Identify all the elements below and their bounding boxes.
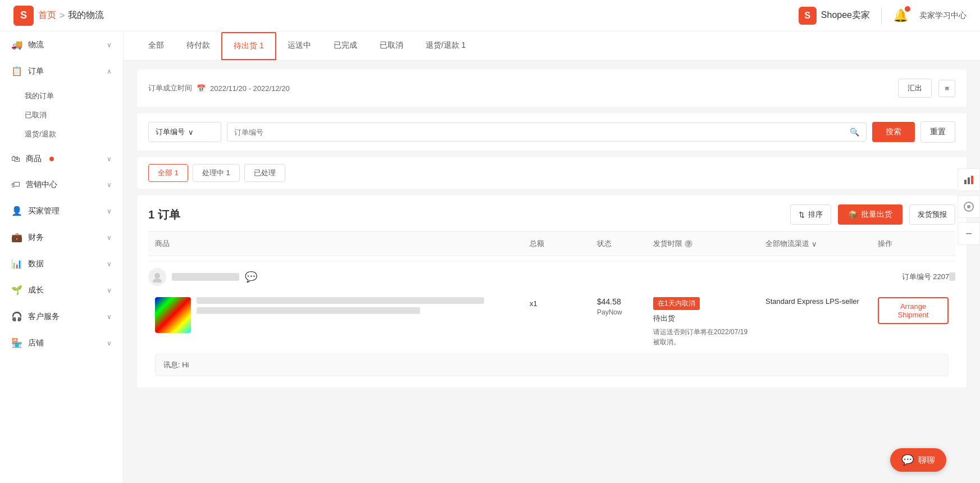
- tab-shipping[interactable]: 运送中: [276, 31, 322, 61]
- chat-label: 聊聊: [918, 455, 935, 466]
- sidebar-item-buyer-mgmt[interactable]: 👤 买家管理 ∨: [0, 198, 123, 224]
- status-note: 请运送否则订单将在2022/07/19被取消。: [653, 327, 752, 347]
- help-icon[interactable]: ?: [685, 240, 692, 248]
- chevron-down-icon: ∨: [107, 41, 112, 49]
- order-count-label: 1 订单: [148, 207, 180, 222]
- col-product: 商品: [148, 239, 523, 249]
- message-icon[interactable]: 💬: [245, 271, 257, 283]
- buyer-mgmt-icon: 👤: [11, 206, 22, 216]
- calendar-icon: 📅: [197, 84, 206, 93]
- arrange-shipment-button[interactable]: Arrange Shipment: [878, 297, 949, 324]
- breadcrumb: 首页 > 我的物流: [38, 10, 104, 21]
- sidebar-item-data[interactable]: 📊 数据 ∨: [0, 250, 123, 277]
- price-value: $44.58: [597, 297, 640, 306]
- svg-point-1: [153, 279, 162, 282]
- filter-row: 订单成立时间 📅 2022/11/20 - 2022/12/20 汇出 ≡: [137, 70, 967, 107]
- tab-all[interactable]: 全部: [137, 31, 175, 61]
- payment-method: PayNow: [597, 308, 640, 316]
- sidebar-label-growth: 成长: [28, 285, 44, 295]
- minimize-button[interactable]: [958, 222, 980, 245]
- date-range-value[interactable]: 2022/11/20 - 2022/12/20: [210, 84, 290, 93]
- search-button[interactable]: 搜索: [872, 122, 915, 142]
- chevron-down-icon-store: ∨: [107, 339, 112, 347]
- sidebar-label-products: 商品: [26, 154, 42, 164]
- growth-icon: 🌱: [11, 285, 22, 295]
- forecast-button[interactable]: 发货预报: [909, 204, 955, 225]
- search-icon: 🔍: [850, 127, 859, 136]
- sub-tab-processing[interactable]: 处理中 1: [193, 164, 240, 182]
- sidebar-label-buyer-mgmt: 买家管理: [28, 206, 60, 216]
- sidebar-item-my-orders[interactable]: 我的订单: [25, 86, 123, 106]
- order-id-section: 💬: [148, 268, 257, 286]
- sidebar-label-orders: 订单: [28, 66, 44, 76]
- logistics-icon: 🚚: [11, 39, 22, 50]
- breadcrumb-separator: >: [60, 11, 65, 21]
- col-channel[interactable]: 全部物流渠道 ∨: [759, 239, 871, 249]
- marketing-icon: 🏷: [11, 180, 20, 190]
- chevron-down-icon-buyer: ∨: [107, 207, 112, 215]
- sidebar-item-returns[interactable]: 退货/退款: [25, 125, 123, 144]
- tab-completed[interactable]: 已完成: [322, 31, 368, 61]
- export-button[interactable]: 汇出: [898, 79, 932, 98]
- seller-learning-link[interactable]: 卖家学习中心: [919, 11, 967, 21]
- order-section: 1 订单 ⇅ 排序 📦 批量出货 发货预报: [137, 195, 967, 388]
- search-type-select[interactable]: 订单编号 ∨: [148, 122, 221, 142]
- sub-tab-processed[interactable]: 已处理: [244, 164, 285, 182]
- sidebar-item-marketing[interactable]: 🏷 营销中心 ∨: [0, 172, 123, 198]
- sidebar-item-cancelled[interactable]: 已取消: [25, 106, 123, 125]
- chevron-down-icon-products: ∨: [107, 155, 112, 163]
- tab-pending-pay[interactable]: 待付款: [175, 31, 221, 61]
- chevron-up-icon: ∧: [107, 67, 112, 75]
- search-input-wrap: 🔍: [227, 122, 867, 142]
- order-time-label: 订单成立时间: [148, 83, 192, 93]
- search-input[interactable]: [234, 128, 845, 136]
- sub-tabs: 全部 1 处理中 1 已处理: [137, 157, 967, 189]
- sidebar-item-finance[interactable]: 💼 财务 ∨: [0, 224, 123, 250]
- batch-ship-icon: 📦: [848, 210, 858, 219]
- tab-returns[interactable]: 退货/退款 1: [414, 31, 477, 61]
- seller-avatar: [148, 268, 166, 286]
- sidebar-item-store[interactable]: 🏪 店铺 ∨: [0, 330, 123, 356]
- sort-icon: ⇅: [799, 211, 805, 219]
- sidebar-item-products[interactable]: 🛍 商品 ∨: [0, 146, 123, 172]
- product-name-blur: [197, 297, 516, 314]
- table-header: 商品 总额 状态 发货时限 ? 全部物流渠道 ∨ 操作: [148, 231, 955, 256]
- sidebar-item-orders[interactable]: 📋 订单 ∧: [0, 58, 123, 84]
- svg-point-6: [967, 205, 970, 208]
- notification-bell[interactable]: 🔔: [893, 8, 908, 23]
- product-channel: Standard Express LPS-seller: [759, 297, 871, 306]
- chat-button[interactable]: 💬 聊聊: [890, 448, 946, 472]
- header-divider: [881, 8, 882, 24]
- circle-button[interactable]: [958, 195, 980, 218]
- svg-point-0: [154, 273, 160, 279]
- filter-left: 订单成立时间 📅 2022/11/20 - 2022/12/20: [148, 83, 290, 93]
- seller-name-blurred: [172, 273, 239, 281]
- batch-ship-button[interactable]: 📦 批量出货: [838, 204, 902, 225]
- product-status: 在1天内取消 待出货 请运送否则订单将在2022/07/19被取消。: [646, 297, 759, 347]
- product-qty: x1: [523, 297, 590, 308]
- sidebar-item-customer-service[interactable]: 🎧 客户服务 ∨: [0, 303, 123, 330]
- sidebar-label-marketing: 营销中心: [26, 180, 57, 190]
- message-section: 讯息: Hi: [155, 354, 949, 376]
- tab-pending-ship[interactable]: 待出货 1: [221, 32, 276, 60]
- filter-right: 汇出 ≡: [898, 79, 955, 98]
- chevron-down-icon-marketing: ∨: [107, 181, 112, 189]
- col-action: 操作: [871, 239, 955, 249]
- reset-button[interactable]: 重置: [920, 121, 955, 143]
- sidebar-item-growth[interactable]: 🌱 成长 ∨: [0, 277, 123, 303]
- tab-cancelled[interactable]: 已取消: [368, 31, 414, 61]
- sort-button[interactable]: ⇅ 排序: [790, 204, 831, 225]
- order-id-suffix: ...: [949, 272, 955, 281]
- orders-icon: 📋: [11, 66, 22, 76]
- shopee-seller-label: Shopee卖家: [821, 10, 870, 21]
- more-button[interactable]: ≡: [938, 80, 955, 97]
- chat-icon: 💬: [901, 454, 914, 466]
- products-icon: 🛍: [11, 154, 20, 164]
- svg-rect-4: [971, 176, 973, 184]
- sidebar-item-logistics[interactable]: 🚚 物流 ∨: [0, 31, 123, 58]
- analytics-button[interactable]: [958, 168, 980, 191]
- product-name-line2: [197, 307, 420, 314]
- sub-tab-all[interactable]: 全部 1: [148, 164, 188, 182]
- home-link[interactable]: 首页: [38, 10, 56, 21]
- order-section-header: 1 订单 ⇅ 排序 📦 批量出货 发货预报: [148, 195, 955, 231]
